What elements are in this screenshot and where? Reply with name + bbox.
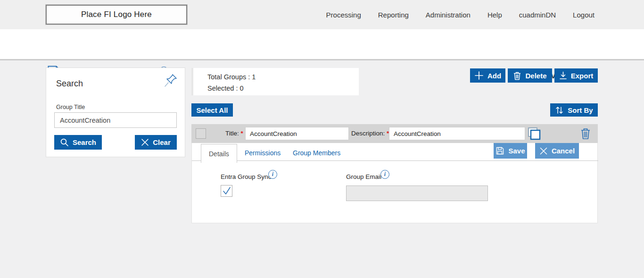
page-header: Group Maintenance i Kinective Sign [0, 29, 644, 60]
select-all-button-label: Select All [197, 106, 228, 114]
nav-help[interactable]: Help [487, 11, 502, 19]
row-title-label: Title: * [225, 130, 243, 137]
sort-by-button-label: Sort By [568, 106, 593, 114]
search-panel-title: Search [56, 79, 83, 89]
content-area: Search Group Title Search [0, 62, 644, 278]
delete-button-label: Delete [525, 72, 546, 80]
group-maintenance-screen: Place FI Logo Here Processing Reporting … [0, 0, 644, 278]
nav-user-cuadmindn[interactable]: cuadminDN [519, 11, 556, 19]
groups-summary: Total Groups : 1 Selected : 0 [191, 68, 359, 95]
pushpin-icon[interactable] [164, 73, 178, 88]
group-title-input[interactable] [54, 112, 177, 128]
checkmark-icon [222, 186, 232, 196]
search-panel: Search Group Title Search [46, 67, 185, 157]
export-button-label: Export [571, 72, 594, 80]
search-button-label: Search [73, 138, 96, 146]
group-detail-panel: Details Permissions Group Members [191, 143, 598, 223]
group-row: Title: * Description: * [191, 124, 598, 143]
trash-icon [513, 71, 521, 80]
entra-group-sync-info-icon[interactable]: i [268, 170, 277, 179]
total-groups-count: Total Groups : 1 [207, 73, 256, 81]
cancel-button[interactable]: Cancel [535, 143, 579, 159]
group-title-label: Group Title [56, 104, 85, 110]
plus-icon [474, 71, 484, 80]
tab-bar: Details Permissions Group Members [192, 143, 598, 161]
tab-permissions-label: Permissions [245, 149, 281, 157]
tab-details[interactable]: Details [201, 144, 237, 163]
cancel-x-icon [539, 147, 548, 155]
clear-x-icon [141, 138, 149, 146]
tab-group-members[interactable]: Group Members [285, 144, 348, 162]
row-delete-trash-icon[interactable] [580, 127, 591, 140]
copy-group-icon[interactable] [527, 126, 541, 141]
required-marker: * [241, 130, 243, 137]
group-email-info-icon[interactable]: i [380, 170, 389, 179]
export-button[interactable]: Export [554, 68, 598, 83]
add-button[interactable]: Add [470, 68, 505, 83]
selected-count: Selected : 0 [207, 84, 244, 92]
entra-group-sync-label: Entra Group Sync [221, 173, 271, 180]
sort-arrows-icon [555, 106, 564, 115]
entra-group-sync-checkbox[interactable] [221, 185, 232, 197]
nav-administration[interactable]: Administration [426, 11, 471, 19]
top-navigation: Processing Reporting Administration Help… [326, 0, 594, 29]
nav-reporting[interactable]: Reporting [378, 11, 409, 19]
group-email-label: Group Email [346, 173, 381, 180]
row-title-input[interactable] [245, 127, 349, 140]
add-button-label: Add [487, 72, 501, 80]
clear-button-label: Clear [153, 138, 171, 146]
tab-permissions[interactable]: Permissions [237, 144, 288, 162]
group-email-input [346, 185, 488, 201]
cancel-button-label: Cancel [552, 147, 575, 155]
top-bar: Place FI Logo Here Processing Reporting … [0, 0, 644, 29]
save-button-label: Save [508, 147, 525, 155]
download-icon [559, 71, 567, 80]
search-button[interactable]: Search [54, 135, 102, 150]
group-row-checkbox[interactable] [196, 128, 206, 139]
search-icon [60, 138, 69, 147]
tab-group-members-label: Group Members [293, 149, 340, 157]
fi-logo-text: Place FI Logo Here [81, 10, 152, 19]
sort-by-button[interactable]: Sort By [550, 103, 598, 117]
row-description-label: Description: * [351, 130, 389, 137]
select-all-button[interactable]: Select All [191, 103, 233, 117]
row-description-input[interactable] [389, 127, 525, 140]
save-floppy-icon [495, 146, 504, 155]
clear-button[interactable]: Clear [135, 135, 177, 150]
nav-processing[interactable]: Processing [326, 11, 361, 19]
nav-logout[interactable]: Logout [573, 11, 594, 19]
save-button[interactable]: Save [494, 143, 527, 159]
tab-details-label: Details [209, 150, 229, 158]
fi-logo-placeholder[interactable]: Place FI Logo Here [46, 5, 187, 25]
delete-button[interactable]: Delete [508, 68, 552, 83]
